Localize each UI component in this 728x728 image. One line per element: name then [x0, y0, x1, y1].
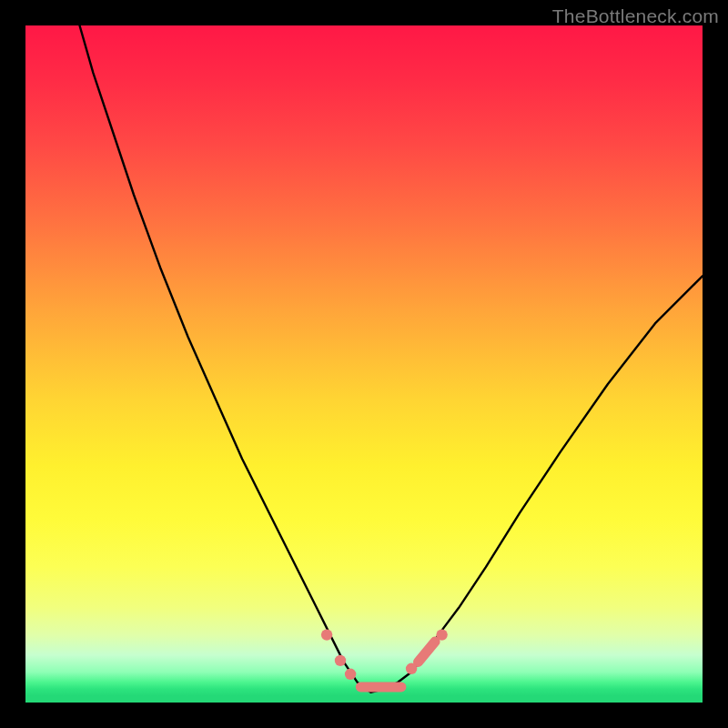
outer-frame: TheBottleneck.com	[0, 0, 728, 728]
plot-area	[25, 25, 703, 703]
curve-layer	[25, 25, 703, 703]
curve-marker-segment	[419, 642, 436, 662]
curve-marker-dot	[345, 669, 356, 680]
curve-marker-dot	[321, 629, 332, 640]
curve-marker-dot	[335, 655, 346, 666]
curve-marker-dot	[406, 663, 417, 674]
bottleneck-curve	[80, 25, 703, 693]
curve-marker-dot	[436, 629, 447, 640]
watermark-text: TheBottleneck.com	[552, 5, 719, 27]
